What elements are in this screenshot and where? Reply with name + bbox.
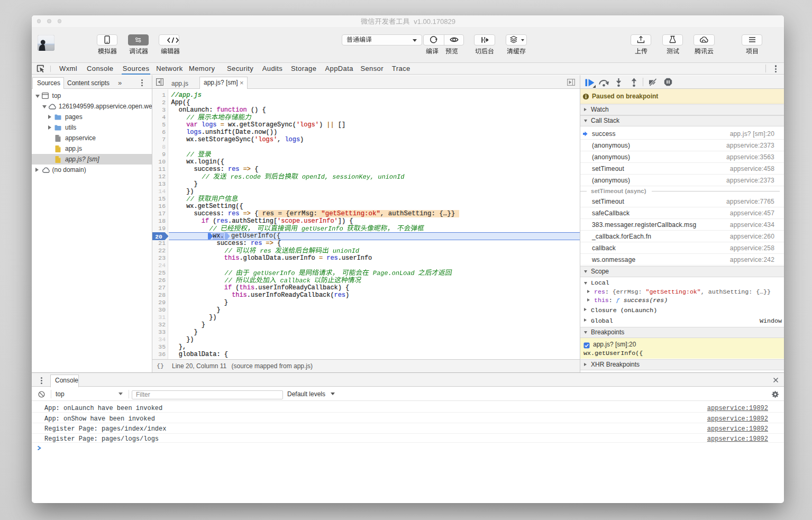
svg-text:20: 20 [155,233,162,240]
